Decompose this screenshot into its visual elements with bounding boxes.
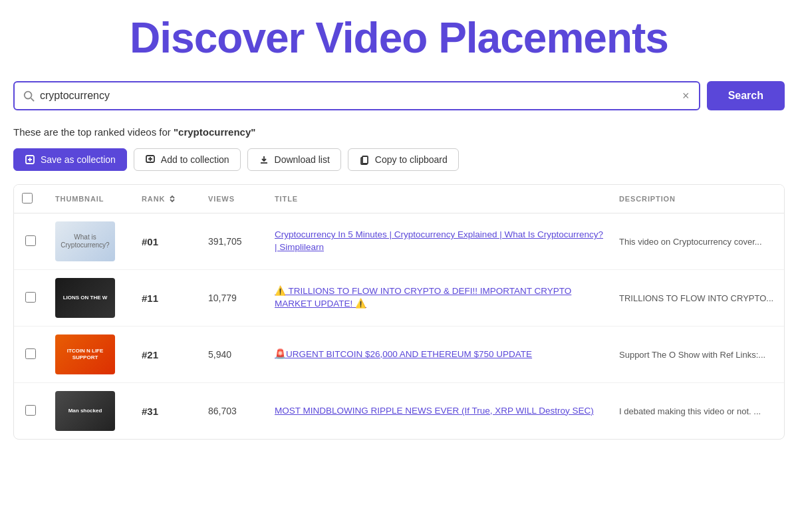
row-thumbnail-cell: Man shocked: [47, 383, 134, 440]
col-header-views: Views: [200, 185, 267, 213]
results-summary: These are the top ranked videos for "cry…: [13, 126, 785, 138]
search-icon: [23, 90, 35, 102]
thumbnail-image: LIONS ON THE W: [55, 278, 115, 318]
video-link[interactable]: Cryptocurrency In 5 Minutes | Cryptocurr…: [275, 229, 603, 252]
row-rank-cell: #21: [134, 327, 200, 383]
row-description-cell: Support The O Show with Ref Links:...: [611, 327, 784, 383]
download-icon: [259, 154, 269, 165]
col-header-thumbnail: Thumbnail: [47, 185, 134, 213]
row-checkbox-2[interactable]: [25, 348, 36, 359]
save-as-collection-button[interactable]: Save as collection: [13, 148, 127, 171]
save-collection-icon: [25, 154, 35, 165]
table-body: What is Cryptocurrency? #01 391,705 Cryp…: [14, 213, 784, 440]
row-title-cell: 🚨URGENT BITCOIN $26,000 AND ETHEREUM $75…: [267, 327, 611, 383]
row-thumbnail-cell: ITCOIN N LIFE SUPPORT: [47, 327, 134, 383]
video-link[interactable]: 🚨URGENT BITCOIN $26,000 AND ETHEREUM $75…: [275, 349, 532, 359]
row-check-cell: [14, 213, 47, 270]
video-link[interactable]: ⚠️ TRILLIONS TO FLOW INTO CRYPTO & DEFI!…: [275, 286, 571, 309]
add-collection-icon: [145, 154, 156, 165]
clipboard-icon: [359, 154, 370, 165]
thumbnail-image: Man shocked: [55, 391, 115, 431]
download-list-button[interactable]: Download list: [247, 148, 341, 171]
row-rank-cell: #31: [134, 383, 200, 440]
row-views-cell: 391,705: [200, 213, 267, 270]
row-title-cell: ⚠️ TRILLIONS TO FLOW INTO CRYPTO & DEFI!…: [267, 270, 611, 327]
row-checkbox-1[interactable]: [25, 292, 36, 303]
table-row: What is Cryptocurrency? #01 391,705 Cryp…: [14, 213, 784, 270]
thumbnail-image: What is Cryptocurrency?: [55, 221, 115, 261]
row-check-cell: [14, 270, 47, 327]
table-row: LIONS ON THE W #11 10,779 ⚠️ TRILLIONS T…: [14, 270, 784, 327]
search-bar-row: × Search: [13, 81, 785, 110]
col-header-rank[interactable]: Rank: [134, 185, 200, 213]
action-bar: Save as collection Add to collection Dow…: [13, 148, 785, 171]
row-views-cell: 86,703: [200, 383, 267, 440]
search-button[interactable]: Search: [707, 81, 785, 110]
search-input[interactable]: [40, 90, 681, 102]
row-views-cell: 10,779: [200, 270, 267, 327]
sort-icon: [168, 194, 177, 203]
row-description-cell: I debated making this video or not. ...: [611, 383, 784, 440]
add-to-collection-button[interactable]: Add to collection: [134, 148, 241, 171]
col-header-check: [14, 185, 47, 213]
row-rank-cell: #11: [134, 270, 200, 327]
row-checkbox-0[interactable]: [25, 235, 36, 246]
row-description-cell: This video on Cryptocurrency cover...: [611, 213, 784, 270]
row-rank-cell: #01: [134, 213, 200, 270]
page-wrapper: Discover Video Placements × Search These…: [0, 0, 798, 453]
copy-to-clipboard-button[interactable]: Copy to clipboard: [348, 148, 459, 171]
row-thumbnail-cell: What is Cryptocurrency?: [47, 213, 134, 270]
svg-point-0: [25, 92, 32, 99]
svg-line-1: [31, 98, 35, 102]
row-checkbox-3[interactable]: [25, 405, 36, 416]
row-check-cell: [14, 383, 47, 440]
search-clear-button[interactable]: ×: [681, 89, 691, 103]
row-thumbnail-cell: LIONS ON THE W: [47, 270, 134, 327]
svg-rect-4: [362, 156, 368, 164]
page-title: Discover Video Placements: [13, 13, 785, 63]
select-all-checkbox[interactable]: [22, 193, 33, 203]
row-check-cell: [14, 327, 47, 383]
results-table: Thumbnail Rank Views: [14, 185, 784, 439]
thumbnail-image: ITCOIN N LIFE SUPPORT: [55, 334, 115, 374]
table-row: Man shocked #31 86,703 MOST MINDBLOWING …: [14, 383, 784, 440]
row-views-cell: 5,940: [200, 327, 267, 383]
table-row: ITCOIN N LIFE SUPPORT #21 5,940 🚨URGENT …: [14, 327, 784, 383]
col-header-description: Description: [611, 185, 784, 213]
results-table-container: Thumbnail Rank Views: [13, 184, 785, 440]
video-link[interactable]: MOST MINDBLOWING RIPPLE NEWS EVER (If Tr…: [275, 406, 594, 416]
row-description-cell: TRILLIONS TO FLOW INTO CRYPTO...: [611, 270, 784, 327]
row-title-cell: Cryptocurrency In 5 Minutes | Cryptocurr…: [267, 213, 611, 270]
row-title-cell: MOST MINDBLOWING RIPPLE NEWS EVER (If Tr…: [267, 383, 611, 440]
col-header-title: Title: [267, 185, 611, 213]
search-input-wrapper: ×: [13, 81, 700, 110]
table-header-row: Thumbnail Rank Views: [14, 185, 784, 213]
